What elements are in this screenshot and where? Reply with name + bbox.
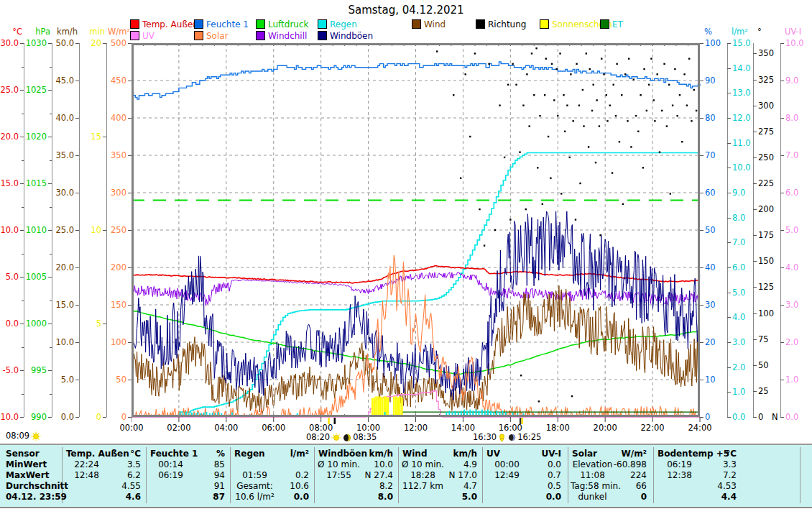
axis-tick-label: 350 (758, 50, 774, 58)
bar-Sonnenschein (397, 398, 399, 417)
table-col-unit: km/h (401, 449, 477, 459)
dot-Richtung (583, 125, 584, 127)
creation-time-label: 08:09 (6, 431, 29, 441)
dot-Richtung (688, 58, 690, 59)
dot-Richtung (572, 120, 573, 121)
axis-tick (780, 43, 784, 44)
table-cell-value: -60.898 (571, 459, 647, 470)
dot-Richtung (589, 68, 591, 70)
axis-minor-tick (22, 347, 24, 348)
axis-unit-lm2: l/m² (732, 27, 748, 36)
weather-chart-screen: Samstag, 04.12.2021 Temp. AußenFeuchte 1… (0, 0, 812, 509)
legend-label: ET (612, 20, 623, 29)
axis-minor-tick (50, 394, 52, 395)
table-row-header: Sensor (6, 449, 40, 459)
table-cell-value: 8.2 (317, 481, 393, 492)
dot-Richtung (630, 146, 632, 147)
axis-minor-tick (50, 254, 52, 254)
x-tick-label: 20:00 (589, 423, 622, 433)
axis-tick-label: 1005 (14, 273, 47, 281)
axis-tick (727, 43, 731, 44)
axis-tick-label: 10.0 (41, 339, 74, 347)
dot-Richtung (683, 73, 685, 75)
axis-tick (727, 317, 731, 318)
dot-Richtung (555, 68, 557, 70)
statistics-table: SensorMinWertMaxWertDurchschnitt04.12. 2… (0, 444, 812, 508)
dot-Richtung (469, 136, 471, 137)
legend-label: Windchill (268, 32, 307, 40)
axis-tick-label: 90 (705, 77, 716, 85)
dot-Richtung (588, 146, 589, 147)
axis-tick (75, 380, 79, 380)
axis-tick (103, 137, 106, 137)
dot-Richtung (535, 47, 537, 49)
table-cell-value: 66 (571, 481, 647, 492)
legend-item-regen: Regen (318, 19, 357, 29)
dot-Richtung (531, 52, 532, 54)
axis-tick (727, 218, 731, 219)
table-cell-value: 0 (571, 492, 647, 503)
dot-Richtung (465, 73, 466, 75)
axis-minor-tick (22, 301, 24, 301)
axis-tick-label: 1.0 (785, 376, 798, 384)
dot-Richtung (606, 120, 608, 121)
axis-tick-label: 325 (758, 76, 774, 84)
dot-Richtung (563, 94, 564, 96)
dot-Richtung (578, 104, 580, 106)
creation-time-annotation: 08:09 (6, 431, 41, 441)
table-cell-value: 6.2 (65, 470, 141, 481)
axis-tick (75, 118, 79, 119)
dot-Richtung (569, 157, 571, 158)
axis-tick-label: 60 (705, 189, 716, 197)
page-title: Samstag, 04.12.2021 (0, 4, 812, 17)
axis-tick-label: 300 (758, 102, 774, 110)
dot-Richtung (548, 136, 549, 137)
table-cell-value: N 17.0 (401, 470, 477, 481)
axis-tick-label: 50 (93, 376, 126, 384)
table-cell-value: 0.0 (485, 459, 561, 470)
axis-tick (48, 137, 52, 137)
dot-Richtung (512, 63, 513, 65)
dot-Richtung (653, 99, 655, 101)
axis-tick-label: 5.0 (785, 226, 798, 234)
x-tick-label: 14:00 (446, 423, 479, 433)
axis-tick-label: 10 (705, 376, 716, 384)
axis-tick (780, 342, 784, 343)
dot-Richtung (515, 84, 517, 86)
dot-Richtung (538, 400, 540, 402)
axis-unit-uvi: UV-I (785, 27, 801, 36)
legend-label: Regen (330, 20, 357, 29)
x-tick-label: 06:00 (257, 423, 290, 433)
axis-tick-label: 0 (93, 413, 126, 421)
table-cell-value: 0.7 (485, 470, 561, 481)
x-tick-label: 10:00 (352, 423, 385, 433)
axis-tick-label: 14.0 (732, 65, 751, 73)
axis-minor-tick (22, 160, 24, 161)
axis-tick (753, 53, 757, 54)
sunset-time-label: 16:30 (473, 432, 497, 442)
dot-Richtung (666, 125, 668, 127)
dot-Richtung (551, 63, 553, 65)
axis-tick-label: 3.0 (732, 339, 745, 347)
axis-tick-label: 350 (93, 152, 126, 160)
axis-tick-label: 0.0 (785, 413, 798, 421)
dot-Richtung (533, 94, 535, 96)
dot-Richtung (609, 104, 611, 106)
plot-area (132, 43, 704, 427)
dot-Richtung (436, 50, 438, 52)
dot-Richtung (619, 141, 620, 142)
dot-Richtung (686, 104, 688, 106)
dot-Richtung (596, 99, 597, 101)
legend-label: Richtung (488, 20, 526, 29)
axis-tick (753, 287, 757, 288)
dot-Richtung (622, 203, 624, 205)
x-tick-label: 04:00 (210, 423, 243, 433)
dot-Richtung (633, 78, 635, 80)
table-cell-value: 91 (149, 481, 225, 492)
table-cell-value: 4.55 (65, 481, 141, 492)
axis-tick (780, 193, 784, 193)
axis-tick (753, 339, 757, 340)
dot-Richtung (599, 125, 600, 127)
axis-tick-label: 35.0 (41, 152, 74, 160)
axis-tick-label: 1020 (14, 133, 47, 141)
